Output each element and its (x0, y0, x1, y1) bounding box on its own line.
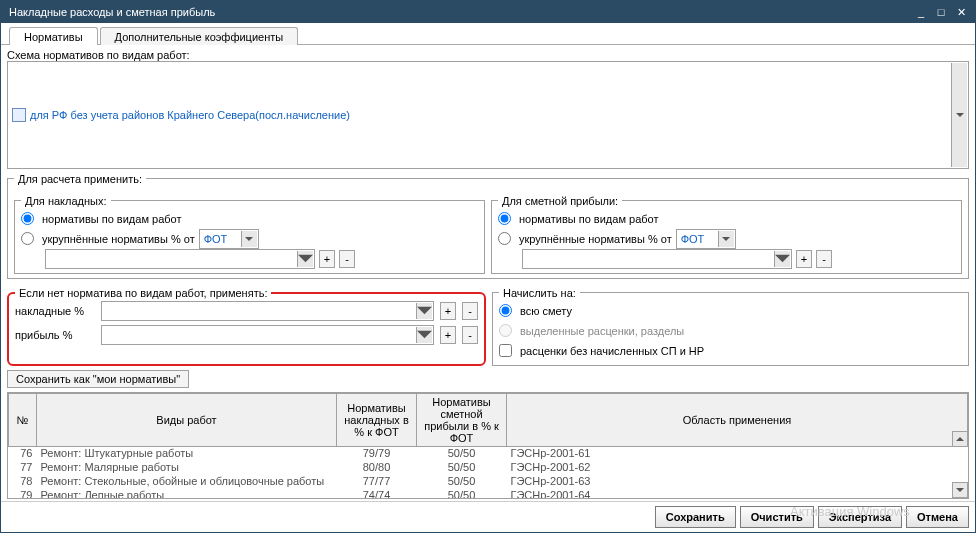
table-row[interactable]: 79Ремонт: Лепные работы74/7450/50ГЭСНр-2… (9, 488, 968, 499)
maximize-button[interactable]: □ (931, 4, 951, 20)
footer: Сохранить Очистить Экспертиза Отмена (1, 501, 975, 532)
norms-table[interactable]: № Виды работ Нормативы накладных в % к Ф… (7, 392, 969, 500)
scheme-combo[interactable]: для РФ без учета районов Крайнего Севера… (7, 61, 969, 169)
scheme-value: для РФ без учета районов Крайнего Севера… (30, 109, 350, 121)
accrue-chk-no-sp-nr[interactable] (499, 344, 512, 357)
document-icon (12, 108, 26, 122)
fallback-profit-plus[interactable]: + (440, 326, 456, 344)
fallback-profit-input[interactable] (101, 325, 434, 345)
col-no[interactable]: № (9, 393, 37, 446)
overheads-minus-button[interactable]: - (339, 250, 355, 268)
profit-from-combo[interactable]: ФОТ (676, 229, 736, 249)
chevron-down-icon[interactable] (951, 63, 967, 167)
table-row[interactable]: 76Ремонт: Штукатурные работы79/7950/50ГЭ… (9, 446, 968, 460)
window-title: Накладные расходы и сметная прибыль (5, 6, 911, 18)
tab-dop-koef[interactable]: Дополнительные коэффициенты (100, 27, 299, 45)
overheads-radio-by-work[interactable] (21, 212, 34, 225)
chevron-down-icon[interactable] (416, 327, 432, 343)
chevron-down-icon[interactable] (297, 251, 313, 267)
table-row[interactable]: 78Ремонт: Стекольные, обойные и облицово… (9, 474, 968, 488)
overheads-group: Для накладных: нормативы по видам работ … (14, 195, 485, 274)
fallback-overhead-label: накладные % (15, 305, 95, 317)
col-prof[interactable]: Нормативы сметной прибыли в % к ФОТ (417, 393, 507, 446)
accrue-fieldset: Начислить на: всю смету выделенные расце… (492, 287, 969, 366)
tab-normativy[interactable]: Нормативы (9, 27, 98, 45)
fallback-legend: Если нет норматива по видам работ, приме… (15, 287, 271, 299)
fallback-profit-minus[interactable]: - (462, 326, 478, 344)
close-button[interactable]: ✕ (951, 4, 971, 20)
overheads-legend: Для накладных: (21, 195, 111, 207)
overheads-enlarged-value[interactable] (45, 249, 315, 269)
overheads-radio-enlarged[interactable] (21, 232, 34, 245)
scroll-down-button[interactable] (952, 482, 968, 498)
save-button[interactable]: Сохранить (655, 506, 736, 528)
col-over[interactable]: Нормативы накладных в % к ФОТ (337, 393, 417, 446)
fallback-overhead-input[interactable] (101, 301, 434, 321)
fallback-fieldset: Если нет норматива по видам работ, приме… (7, 287, 486, 366)
profit-legend: Для сметной прибыли: (498, 195, 622, 207)
minimize-button[interactable]: _ (911, 4, 931, 20)
col-work[interactable]: Виды работ (37, 393, 337, 446)
profit-minus-button[interactable]: - (816, 250, 832, 268)
tabs: Нормативы Дополнительные коэффициенты (1, 23, 975, 45)
clear-button[interactable]: Очистить (740, 506, 814, 528)
accrue-radio-all[interactable] (499, 304, 512, 317)
fallback-profit-label: прибыль % (15, 329, 95, 341)
profit-group: Для сметной прибыли: нормативы по видам … (491, 195, 962, 274)
calc-legend: Для расчета применить: (14, 173, 146, 185)
overheads-from-combo[interactable]: ФОТ (199, 229, 259, 249)
overheads-plus-button[interactable]: + (319, 250, 335, 268)
chevron-down-icon[interactable] (774, 251, 790, 267)
titlebar: Накладные расходы и сметная прибыль _ □ … (1, 1, 975, 23)
table-row[interactable]: 77Ремонт: Малярные работы80/8050/50ГЭСНр… (9, 460, 968, 474)
scroll-up-button[interactable] (952, 431, 968, 447)
cancel-button[interactable]: Отмена (906, 506, 969, 528)
save-as-my-norms-button[interactable]: Сохранить как "мои нормативы" (7, 370, 189, 388)
fallback-overhead-plus[interactable]: + (440, 302, 456, 320)
profit-radio-by-work[interactable] (498, 212, 511, 225)
expertise-button[interactable]: Экспертиза (818, 506, 902, 528)
profit-radio-enlarged[interactable] (498, 232, 511, 245)
fallback-overhead-minus[interactable]: - (462, 302, 478, 320)
col-area[interactable]: Область применения (507, 393, 968, 446)
profit-enlarged-value[interactable] (522, 249, 792, 269)
scheme-label: Схема нормативов по видам работ: (7, 49, 190, 61)
chevron-down-icon[interactable] (718, 231, 734, 247)
calc-fieldset: Для расчета применить: Для накладных: но… (7, 173, 969, 279)
chevron-down-icon[interactable] (416, 303, 432, 319)
accrue-radio-selected (499, 324, 512, 337)
profit-plus-button[interactable]: + (796, 250, 812, 268)
chevron-down-icon[interactable] (241, 231, 257, 247)
accrue-legend: Начислить на: (499, 287, 580, 299)
